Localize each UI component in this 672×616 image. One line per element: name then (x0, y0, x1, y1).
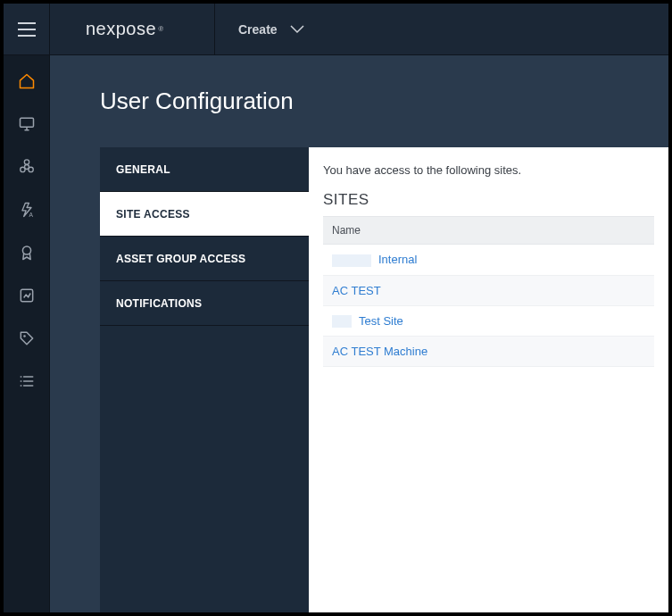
tab-asset-group-access[interactable]: ASSET GROUP ACCESS (100, 237, 309, 281)
site-link[interactable]: AC TEST (332, 284, 381, 297)
site-link[interactable]: Test Site (359, 314, 403, 328)
monitor-icon (18, 115, 36, 133)
rail-tags[interactable] (17, 329, 37, 348)
config-tabs: GENERAL SITE ACCESS ASSET GROUP ACCESS N… (100, 147, 309, 612)
site-link[interactable]: Internal (378, 253, 417, 266)
rail-assets[interactable] (17, 114, 37, 134)
create-label: Create (238, 22, 278, 37)
trademark-symbol: ® (158, 25, 163, 33)
svg-text:A: A (29, 212, 33, 218)
hamburger-icon[interactable] (18, 22, 36, 37)
rail-reports[interactable] (17, 286, 37, 305)
svg-point-2 (24, 160, 29, 164)
main-area: User Configuration GENERAL SITE ACCESS A… (50, 55, 668, 612)
automation-icon: A (18, 201, 36, 219)
page-title: User Configuration (100, 87, 668, 115)
tab-label: SITE ACCESS (116, 208, 190, 221)
tag-icon (18, 329, 36, 347)
access-intro: You have access to the following sites. (323, 163, 654, 177)
tab-notifications[interactable]: NOTIFICATIONS (100, 281, 309, 326)
chevron-down-icon (290, 25, 304, 34)
create-menu[interactable]: Create (215, 4, 328, 55)
tab-label: NOTIFICATIONS (116, 297, 202, 310)
report-icon (18, 287, 36, 304)
tab-site-access[interactable]: SITE ACCESS (100, 192, 309, 237)
site-row[interactable]: Test Site (323, 306, 654, 337)
rail-vulnerabilities[interactable] (17, 157, 37, 177)
svg-point-4 (28, 167, 32, 171)
config-content: You have access to the following sites. … (309, 147, 668, 612)
svg-rect-0 (20, 118, 33, 127)
rail-list[interactable] (17, 371, 37, 391)
brand-text: nexpose (86, 19, 156, 39)
sites-column-header: Name (323, 216, 654, 245)
svg-point-8 (23, 335, 26, 337)
svg-point-6 (22, 246, 30, 254)
list-icon (18, 372, 36, 390)
rail-policies[interactable] (17, 243, 37, 262)
site-link[interactable]: AC TEST Machine (332, 345, 427, 358)
biohazard-icon (18, 158, 36, 176)
rail-automation[interactable]: A (17, 200, 37, 220)
site-row[interactable]: AC TEST Machine (323, 337, 654, 367)
top-bar: nexpose® Create (4, 4, 668, 55)
icon-rail: A (4, 55, 50, 612)
brand-logo[interactable]: nexpose® (50, 4, 215, 55)
redacted-prefix (332, 254, 371, 267)
site-row[interactable]: Internal (323, 245, 654, 276)
site-row[interactable]: AC TEST (323, 276, 654, 306)
tab-label: ASSET GROUP ACCESS (116, 253, 245, 265)
sites-table: Name InternalAC TESTTest SiteAC TEST Mac… (323, 216, 654, 367)
sites-heading: SITES (323, 191, 654, 209)
badge-icon (18, 244, 36, 262)
rail-home[interactable] (17, 71, 37, 91)
hamburger-cell (4, 4, 50, 55)
tab-label: GENERAL (116, 163, 170, 176)
tab-general[interactable]: GENERAL (100, 147, 309, 192)
home-icon (18, 72, 36, 90)
redacted-prefix (332, 315, 352, 328)
svg-point-3 (20, 167, 24, 171)
